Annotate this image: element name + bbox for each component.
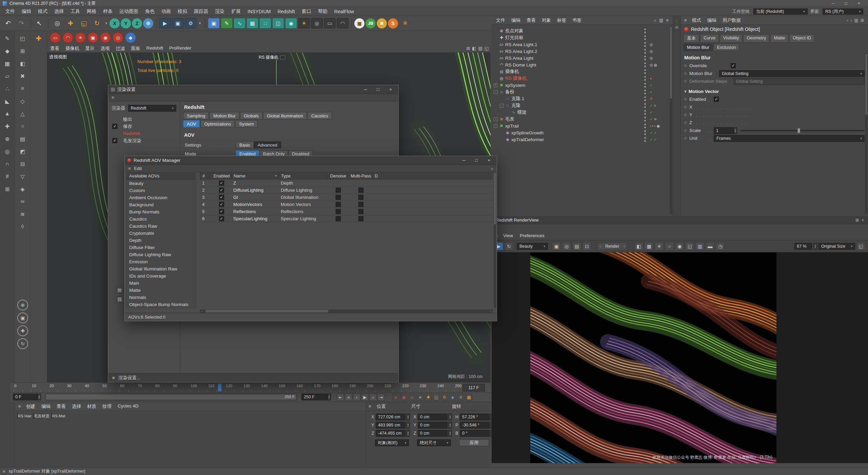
check-tag-icon[interactable]: ✓ — [654, 131, 657, 135]
object-row[interactable]: ○备份✓ — [492, 89, 673, 95]
am-menu-item[interactable]: 编辑 — [704, 17, 719, 23]
visibility-dots[interactable] — [644, 42, 646, 47]
object-row[interactable]: ◆xpSplineGrowth✓✓ — [492, 129, 673, 136]
maximize-button[interactable] — [471, 158, 481, 163]
render-button[interactable]: Render — [603, 244, 622, 249]
multipass-checkbox[interactable] — [358, 216, 363, 221]
om-menu-item[interactable]: 标签 — [554, 17, 569, 23]
menu-item[interactable]: 跟踪器 — [191, 8, 212, 15]
aov-row[interactable]: 5 Reflections Reflections — [200, 208, 493, 215]
attribute-tab[interactable]: Geometry — [743, 34, 769, 42]
render-settings-nav-item[interactable]: 输出 — [108, 116, 180, 123]
available-aov-item[interactable]: Matte — [126, 287, 195, 294]
object-tags[interactable]: ▪▪▪◉ — [650, 124, 660, 128]
scale-slider[interactable] — [741, 130, 865, 131]
object-row[interactable]: ▭RS Area Light.1◎ — [492, 41, 673, 48]
splitter-handle-icon[interactable] — [673, 19, 680, 24]
render-next-arrow[interactable]: › — [622, 244, 627, 249]
render-view-icon[interactable]: ▶ — [159, 18, 171, 28]
aov-display-select[interactable]: Beauty — [517, 243, 548, 250]
material-menu-item[interactable]: 创建 — [23, 403, 38, 410]
material-menu-item[interactable]: 选择 — [69, 403, 84, 410]
aov-enabled-checkbox[interactable] — [219, 180, 224, 186]
view-label[interactable]: 透视视图 — [49, 54, 67, 60]
available-aov-item[interactable]: Diffuse Filter — [126, 244, 195, 251]
menu-item[interactable]: INSYDIUM — [244, 9, 274, 14]
render-settings-icon[interactable]: ⚙ — [185, 18, 197, 28]
cloner-icon[interactable]: ∷ — [259, 18, 271, 28]
redshift-tab[interactable]: Optimizations — [200, 120, 235, 128]
available-aov-item[interactable]: Custom — [126, 187, 195, 194]
toggle-pla-icon[interactable]: ≡ — [457, 394, 464, 401]
menu-item[interactable]: Redshift — [274, 9, 298, 14]
available-aov-item[interactable]: Cryptomatte — [126, 230, 195, 237]
filter-icon[interactable] — [659, 18, 663, 23]
stepper[interactable] — [406, 430, 410, 437]
collapse-arrow-icon[interactable] — [684, 89, 687, 94]
rv-camera-icon[interactable]: ◎ — [562, 242, 571, 250]
visibility-dots[interactable] — [644, 96, 646, 101]
attribute-tab[interactable]: Object ID — [789, 34, 814, 42]
visibility-dots[interactable] — [644, 103, 646, 108]
viewport-menu-item[interactable]: 面板 — [128, 45, 143, 52]
aov-enabled-checkbox[interactable] — [219, 216, 224, 221]
material-item[interactable]: RS Mat — [50, 413, 66, 418]
dock-tool-icon[interactable]: ◧ — [18, 58, 28, 69]
light-icon[interactable]: ☀ — [298, 18, 310, 28]
spline-tools-icon[interactable]: ∿ — [234, 18, 245, 28]
object-row[interactable]: ◎摄像机 — [492, 68, 673, 75]
aov-row[interactable]: 6 SpecularLighting Specular Lighting — [200, 215, 493, 222]
check-tag-icon[interactable]: ✓ — [654, 137, 657, 142]
pos-y-field[interactable]: 483.985 cm — [376, 422, 406, 429]
subdivision-surface-icon[interactable]: ▦ — [246, 18, 258, 28]
object-row[interactable]: ✖xpSystem✓ — [492, 82, 673, 89]
denoise-checkbox[interactable] — [336, 216, 341, 221]
check-tag-icon[interactable]: ✓ — [650, 103, 653, 108]
tagorange-tag-icon[interactable]: ▪ — [652, 124, 653, 128]
selection-arrow-icon[interactable]: ↖ — [33, 18, 45, 29]
timeline-range-slider[interactable]: 250 F — [45, 394, 297, 400]
attribute-tab[interactable]: Matte — [770, 34, 788, 42]
multipass-checkbox[interactable] — [358, 202, 363, 207]
rs-sky-icon[interactable]: ◎ — [113, 32, 123, 43]
menu-item[interactable]: 样条 — [100, 8, 116, 15]
toggle-parameter-icon[interactable]: ◈ — [449, 394, 456, 401]
rot-h-field[interactable]: 57.226 ° — [460, 414, 490, 420]
undo-icon[interactable]: ↶ — [2, 18, 14, 29]
next-frame-button[interactable]: › — [369, 394, 377, 401]
viewport-menu-item[interactable]: ProRender — [166, 45, 194, 52]
object-tags[interactable]: ◎ — [650, 56, 653, 60]
material-item[interactable]: RS Hair — [16, 413, 33, 418]
menu-item[interactable]: 运动图形 — [116, 8, 142, 15]
rs-area-light-icon[interactable]: ▭ — [50, 32, 61, 43]
redshift-tab[interactable]: System — [235, 120, 257, 128]
aov-row[interactable]: 3 GI Global Illumination — [200, 194, 493, 201]
anim-dot[interactable] — [684, 129, 687, 132]
am-menu-item[interactable]: 模式 — [689, 17, 704, 23]
nav-checkbox[interactable] — [112, 138, 117, 143]
volume-builder-icon[interactable]: ◫ — [272, 18, 284, 28]
burger-icon[interactable] — [112, 95, 114, 100]
am-scrollbar[interactable] — [865, 53, 868, 214]
visibility-dots[interactable] — [644, 69, 646, 74]
tagred-tag-icon[interactable]: ▪ — [650, 124, 651, 128]
burger-icon[interactable] — [666, 18, 669, 23]
search-icon[interactable] — [491, 166, 493, 171]
history-back-icon[interactable] — [847, 18, 848, 23]
om-menu-item[interactable]: 对象 — [539, 17, 554, 23]
interface-select[interactable]: RS (用户) — [823, 8, 863, 15]
attribute-tab[interactable]: Curve — [700, 34, 719, 42]
expand-toggle[interactable] — [494, 83, 497, 87]
tagteal-tag-icon[interactable]: ▪ — [654, 124, 656, 128]
visibility-dots[interactable] — [644, 130, 646, 135]
dock-tool-icon[interactable]: ≡ — [18, 83, 28, 94]
available-aov-item[interactable]: Main — [126, 280, 195, 287]
dock-tool-icon[interactable]: ⊞ — [18, 46, 28, 56]
object-tags[interactable]: ✓ — [650, 83, 653, 88]
camera-object-label[interactable]: RS 摄像机 — [259, 55, 285, 60]
range-start-field[interactable]: 0 F — [13, 394, 41, 400]
toggle-rotation-icon[interactable]: ↻ — [441, 394, 448, 401]
expand-toggle[interactable] — [494, 124, 497, 128]
recent-tool-dropdown[interactable]: ▾ — [104, 18, 108, 29]
rv-circle-icon[interactable]: ○ — [665, 242, 674, 250]
